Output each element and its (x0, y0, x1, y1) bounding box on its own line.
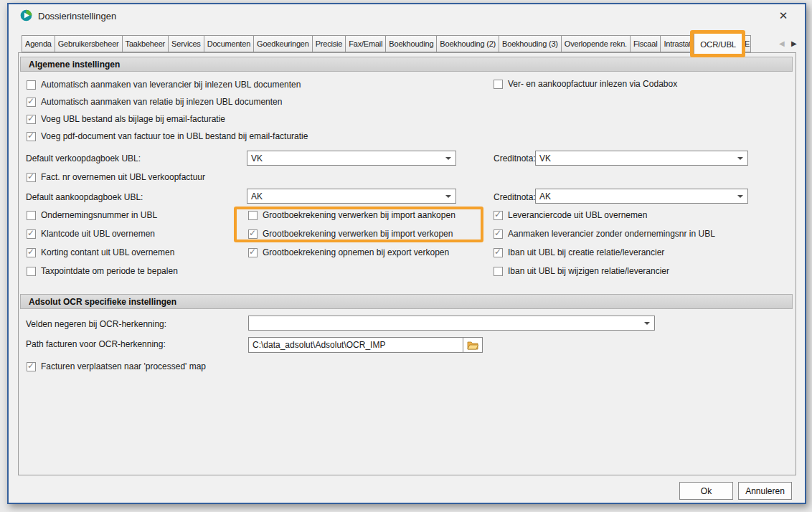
combo-velden-negeren[interactable] (248, 316, 655, 331)
checkbox-iban-wijzigen[interactable]: ✓ (494, 267, 503, 276)
section-header-ocr: Adsolut OCR specifieke instellingen (20, 294, 793, 309)
checkbox-gb-export-verkopen[interactable]: ✓ (248, 248, 258, 257)
checkbox-row: ✓ Klantcode uit UBL overnemen (27, 229, 155, 240)
tab-ocr-ubl[interactable]: OCR/UBL (694, 32, 742, 55)
checkbox-ondernemingsnummer[interactable]: ✓ (27, 211, 36, 220)
checkbox-pdf-in-ubl[interactable]: ✓ (27, 132, 36, 141)
label-verkoopdagboek: Default verkoopdagboek UBL: (26, 153, 141, 163)
tab-services[interactable]: Services (168, 35, 204, 52)
screen: Dossierinstellingen ✕ Agenda Gebruikersb… (0, 0, 812, 512)
check-icon: ✓ (249, 228, 256, 238)
section-title: Adsolut OCR specifieke instellingen (29, 297, 176, 307)
tab-boekhouding-3[interactable]: Boekhouding (3) (499, 35, 562, 52)
checkbox-label: Grootboekrekening opnemen bij export ver… (263, 247, 449, 258)
tab-taakbeheer[interactable]: Taakbeheer (122, 35, 169, 52)
checkbox-row: ✓ Iban uit UBL bij creatie relatie/lever… (494, 247, 664, 258)
section-title: Algemene instellingen (29, 60, 120, 70)
checkbox-label: Leveranciercode uit UBL overnemen (508, 210, 647, 221)
checkbox-gb-import-verkopen[interactable]: ✓ (248, 229, 258, 239)
dropdown-arrow-icon (737, 157, 743, 160)
tab-strip: Agenda Gebruikersbeheer Taakbeheer Servi… (22, 35, 750, 52)
check-icon: ✓ (249, 247, 256, 257)
tab-fax-email[interactable]: Fax/Email (345, 35, 386, 52)
checkbox-ubl-bijlage[interactable]: ✓ (27, 115, 36, 124)
checkbox-aanmaken-leverancier[interactable]: ✓ (494, 229, 503, 239)
tab-fiscaal[interactable]: Fiscaal (630, 35, 661, 52)
checkbox-label: Ver- en aankoopfactuur inlezen via Codab… (508, 79, 677, 90)
checkbox-factnr[interactable]: ✓ (27, 173, 36, 182)
check-icon: ✓ (494, 209, 501, 219)
cancel-button[interactable]: Annuleren (738, 482, 792, 500)
close-icon[interactable]: ✕ (775, 8, 792, 24)
dropdown-arrow-icon (445, 195, 451, 198)
combo-creditnota-verkoop[interactable]: VK (535, 151, 748, 166)
tab-partial[interactable]: E (742, 35, 751, 52)
checkbox-leveranciercode[interactable]: ✓ (494, 211, 503, 220)
checkbox-row: ✓ Automatisch aanmaken van relatie bij i… (27, 97, 282, 108)
combo-creditnota-aankoop[interactable]: AK (535, 189, 748, 204)
combo-aankoopdagboek[interactable]: AK (247, 189, 456, 204)
tab-boekhouding-2[interactable]: Boekhouding (2) (436, 35, 499, 52)
checkbox-row: ✓ Grootboekrekening opnemen bij export v… (248, 247, 449, 258)
browse-folder-button[interactable] (463, 337, 483, 353)
checkbox-row: ✓ Ondernemingsnummer in UBL (27, 210, 157, 221)
checkbox-label: Automatisch aanmaken van leverancier bij… (41, 80, 301, 90)
checkbox-row: ✓ Voeg UBL bestand als bijlage bij email… (27, 114, 225, 125)
checkbox-row: ✓ Aanmaken leverancier zonder ondernemin… (494, 229, 715, 240)
tab-precisie[interactable]: Precisie (312, 35, 346, 52)
tab-scroll-right-icon[interactable]: ▶ (791, 39, 797, 47)
checkbox-label: Grootboekrekening verwerken bij import a… (263, 210, 455, 221)
checkbox-label: Klantcode uit UBL overnemen (41, 229, 155, 240)
checkbox-processed-map[interactable]: ✓ (27, 362, 36, 371)
check-icon: ✓ (494, 247, 501, 257)
tab-goedkeuringen[interactable]: Goedkeuringen (253, 35, 313, 52)
combo-value: AK (539, 191, 551, 202)
check-icon: ✓ (494, 228, 501, 238)
checkbox-taxpointdate[interactable]: ✓ (27, 267, 36, 276)
checkbox-row: ✓ Leveranciercode uit UBL overnemen (494, 210, 647, 221)
checkbox-iban-creatie[interactable]: ✓ (494, 248, 503, 257)
tab-documenten[interactable]: Documenten (204, 35, 254, 52)
tab-agenda[interactable]: Agenda (22, 35, 55, 52)
input-path-facturen[interactable]: C:\data_adsolut\Adsolut\OCR_IMP (248, 337, 463, 353)
tab-boekhouding[interactable]: Boekhouding (385, 35, 437, 52)
checkbox-gb-import-aankopen[interactable]: ✓ (248, 211, 258, 220)
ok-button[interactable]: Ok (679, 482, 733, 500)
combo-value: AK (251, 191, 263, 202)
checkbox-row: ✓ Fact. nr overnemen uit UBL verkoopfact… (27, 172, 205, 183)
checkbox-klantcode[interactable]: ✓ (27, 229, 36, 239)
checkbox-label: Korting contant uit UBL overnemen (41, 247, 174, 258)
tab-gebruikersbeheer[interactable]: Gebruikersbeheer (55, 35, 123, 52)
label-aankoopdagboek: Default aankoopdagboek UBL: (26, 192, 143, 202)
checkbox-row: ✓ Automatisch aanmaken van leverancier b… (27, 80, 301, 90)
check-icon: ✓ (27, 247, 34, 257)
checkbox-codabox[interactable]: ✓ (494, 80, 503, 89)
field-value: C:\data_adsolut\Adsolut\OCR_IMP (252, 340, 385, 350)
settings-panel: Algemene instellingen ✓ Automatisch aanm… (18, 52, 796, 475)
tab-intrastat[interactable]: Intrastat (660, 35, 694, 52)
checkbox-label: Fact. nr overnemen uit UBL verkoopfactuu… (41, 172, 205, 183)
tab-scroll-left-icon[interactable]: ◀ (779, 39, 785, 47)
checkbox-label: Iban uit UBL bij creatie relatie/leveran… (508, 247, 664, 258)
label-creditnota-verkoop: Creditnota: (494, 153, 536, 163)
checkbox-label: Grootboekrekening verwerken bij import v… (263, 229, 453, 240)
checkbox-korting[interactable]: ✓ (27, 248, 36, 257)
checkbox-row: ✓ Grootboekrekening verwerken bij import… (248, 210, 455, 221)
checkbox-row: ✓ Iban uit UBL bij wijzigen relatie/leve… (494, 266, 669, 277)
combo-verkoopdagboek[interactable]: VK (247, 151, 456, 166)
checkbox-auto-leverancier[interactable]: ✓ (27, 80, 36, 90)
checkbox-row: ✓ Taxpointdate om periode te bepalen (27, 266, 178, 277)
dropdown-arrow-icon (445, 157, 451, 160)
app-logo-icon (20, 9, 32, 22)
checkbox-auto-relatie[interactable]: ✓ (27, 98, 36, 107)
open-folder-icon (467, 341, 478, 350)
tab-overlopende-rekn[interactable]: Overlopende rekn. (561, 35, 631, 52)
label-creditnota-aankoop: Creditnota: (494, 192, 536, 202)
label-path-facturen: Path facturen voor OCR-herkenning: (26, 339, 166, 349)
section-header-algemene: Algemene instellingen (20, 57, 793, 72)
check-icon: ✓ (27, 361, 34, 371)
checkbox-row: ✓ Facturen verplaatsen naar 'processed' … (27, 361, 206, 372)
dropdown-arrow-icon (737, 195, 743, 198)
check-icon: ✓ (27, 96, 34, 106)
window-title: Dossierinstellingen (38, 11, 116, 22)
